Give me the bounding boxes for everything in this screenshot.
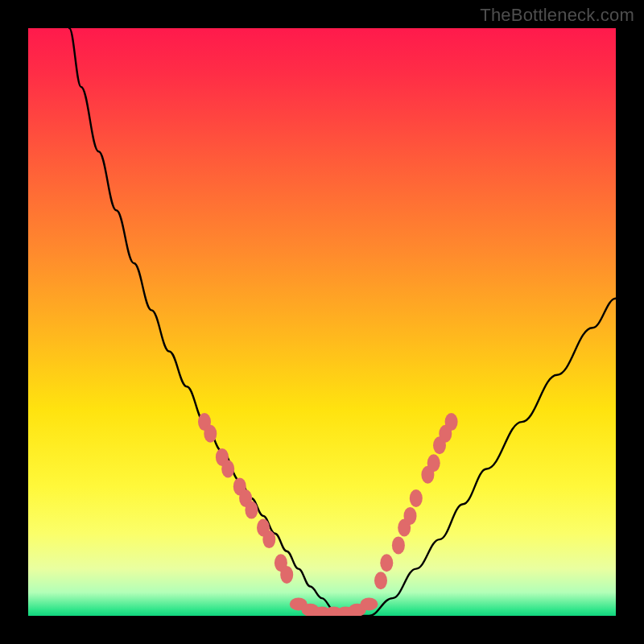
marker-dot bbox=[262, 530, 275, 548]
marker-dot bbox=[245, 502, 258, 519]
marker-dot bbox=[380, 554, 393, 572]
marker-dot bbox=[280, 566, 293, 584]
marker-dot bbox=[427, 454, 440, 472]
watermark-text: TheBottleneck.com bbox=[480, 5, 634, 26]
marker-dot bbox=[392, 536, 405, 554]
marker-group bbox=[198, 413, 458, 616]
curve-line bbox=[69, 28, 616, 616]
marker-dot bbox=[360, 597, 378, 610]
marker-dot bbox=[410, 489, 423, 507]
marker-dot bbox=[374, 572, 387, 589]
marker-dot bbox=[404, 507, 417, 525]
chart-plot-area bbox=[28, 28, 616, 616]
marker-dot bbox=[221, 460, 234, 478]
marker-dot bbox=[445, 413, 458, 431]
chart-svg bbox=[28, 28, 616, 616]
chart-frame: TheBottleneck.com bbox=[0, 0, 644, 644]
marker-dot bbox=[204, 425, 217, 443]
